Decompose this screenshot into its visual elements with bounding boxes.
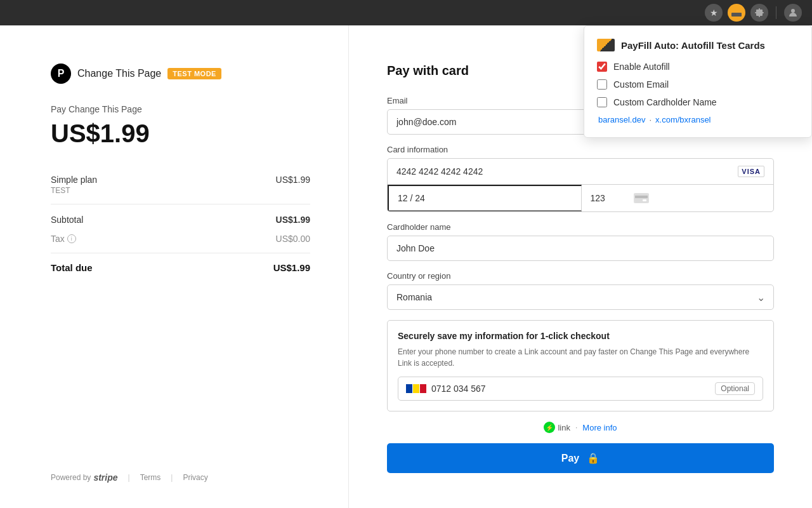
card-expiry-input[interactable] bbox=[388, 185, 582, 211]
terms-link[interactable]: Terms bbox=[140, 473, 161, 482]
popup-links: baransel.dev · x.com/bxransel bbox=[597, 115, 799, 124]
popup-link-xcom[interactable]: x.com/bxransel bbox=[655, 115, 710, 124]
subtotal-value: US$1.99 bbox=[276, 215, 310, 225]
popup-header: PayFill Auto: Autofill Test Cards bbox=[597, 39, 799, 51]
phone-number: 0712 034 567 bbox=[431, 384, 715, 394]
cvc-icon bbox=[634, 193, 649, 203]
svg-rect-1 bbox=[731, 13, 742, 17]
card-info-group: Card information VISA bbox=[387, 145, 774, 212]
custom-cardholder-option: Custom Cardholder Name bbox=[597, 97, 799, 107]
card-cvc-input[interactable] bbox=[591, 193, 629, 203]
link-circle-icon: ⚡ bbox=[544, 422, 555, 433]
puzzle-icon[interactable] bbox=[750, 4, 768, 22]
footer-sep: | bbox=[171, 473, 173, 482]
link-save-title: Securely save my information for 1-click… bbox=[398, 331, 763, 341]
custom-email-option: Custom Email bbox=[597, 79, 799, 90]
extension-payfill-icon[interactable] bbox=[728, 4, 745, 22]
order-item-label: Simple plan bbox=[51, 175, 97, 185]
svg-rect-5 bbox=[643, 199, 646, 201]
card-info-label: Card information bbox=[387, 145, 774, 154]
cardholder-group: Cardholder name bbox=[387, 222, 774, 261]
subtotal-row: Subtotal US$1.99 bbox=[51, 204, 310, 231]
enable-autofill-checkbox[interactable] bbox=[597, 62, 607, 72]
order-item-sublabel: TEST bbox=[51, 186, 97, 195]
card-number-row: VISA bbox=[388, 159, 773, 185]
order-table: Simple plan TEST US$1.99 Subtotal US$1.9… bbox=[51, 168, 310, 273]
order-item-value: US$1.99 bbox=[276, 175, 310, 195]
custom-cardholder-checkbox[interactable] bbox=[597, 97, 607, 107]
romania-flag-icon bbox=[406, 384, 426, 393]
cardholder-input[interactable] bbox=[387, 236, 774, 261]
optional-badge: Optional bbox=[715, 382, 755, 395]
footer-left: Powered by stripe | Terms | Privacy bbox=[51, 434, 310, 483]
lock-icon: 🔒 bbox=[587, 452, 599, 464]
total-value: US$1.99 bbox=[273, 262, 310, 273]
total-row: Total due US$1.99 bbox=[51, 253, 310, 273]
tax-row: Tax i US$0.00 bbox=[51, 231, 310, 246]
enable-autofill-label: Enable Autofill bbox=[613, 62, 670, 72]
link-save-box: Securely save my information for 1-click… bbox=[387, 320, 774, 411]
dot-separator: · bbox=[575, 423, 577, 432]
star-icon[interactable]: ★ bbox=[705, 4, 723, 22]
order-item-row: Simple plan TEST US$1.99 bbox=[51, 168, 310, 204]
link-save-desc: Enter your phone number to create a Link… bbox=[398, 346, 763, 369]
link-label: link bbox=[558, 423, 570, 432]
svg-point-2 bbox=[791, 9, 795, 13]
popup-link-separator: · bbox=[649, 115, 652, 124]
extension-popup: PayFill Auto: Autofill Test Cards Enable… bbox=[584, 25, 812, 138]
amount: US$1.99 bbox=[51, 119, 310, 148]
pay-button-label: Pay bbox=[561, 453, 579, 464]
toolbar-divider bbox=[776, 6, 776, 19]
phone-input-row: 0712 034 567 Optional bbox=[398, 377, 763, 401]
more-info-link[interactable]: More info bbox=[582, 423, 617, 432]
country-group: Country or region Romania United States … bbox=[387, 271, 774, 310]
brand-header: P Change This Page TEST MODE bbox=[51, 64, 310, 84]
test-mode-badge: TEST MODE bbox=[167, 68, 221, 79]
powered-by: Powered by stripe bbox=[51, 472, 118, 483]
enable-autofill-option: Enable Autofill bbox=[597, 62, 799, 72]
country-select-wrapper: Romania United States United Kingdom Ger… bbox=[387, 284, 774, 310]
pay-label: Pay Change This Page bbox=[51, 104, 310, 114]
tax-label: Tax i bbox=[51, 234, 76, 244]
card-bottom-row bbox=[388, 185, 773, 211]
stripe-logo: stripe bbox=[93, 472, 117, 483]
total-label: Total due bbox=[51, 262, 93, 273]
card-info-box: VISA bbox=[387, 158, 774, 212]
tax-info-icon[interactable]: i bbox=[67, 234, 76, 243]
svg-rect-4 bbox=[635, 196, 648, 198]
custom-email-label: Custom Email bbox=[613, 79, 669, 90]
popup-link-baransel[interactable]: baransel.dev bbox=[598, 115, 645, 124]
card-number-input[interactable] bbox=[396, 166, 738, 177]
cardholder-label: Cardholder name bbox=[387, 222, 774, 232]
link-info-row: ⚡ link · More info bbox=[387, 422, 774, 433]
link-logo: ⚡ link bbox=[544, 422, 570, 433]
pay-button[interactable]: Pay 🔒 bbox=[387, 443, 774, 473]
browser-bar: ★ bbox=[0, 0, 812, 25]
brand-name: Change This Page bbox=[77, 68, 161, 79]
footer-divider: | bbox=[128, 473, 130, 482]
tax-value: US$0.00 bbox=[276, 234, 310, 244]
popup-extension-icon bbox=[597, 39, 615, 51]
user-icon[interactable] bbox=[784, 4, 802, 22]
privacy-link[interactable]: Privacy bbox=[183, 473, 207, 482]
subtotal-label: Subtotal bbox=[51, 215, 83, 225]
custom-cardholder-label: Custom Cardholder Name bbox=[613, 97, 717, 107]
country-select[interactable]: Romania United States United Kingdom Ger… bbox=[387, 284, 774, 310]
card-cvc-row bbox=[582, 185, 774, 211]
popup-title: PayFill Auto: Autofill Test Cards bbox=[621, 40, 765, 51]
country-label: Country or region bbox=[387, 271, 774, 281]
left-panel: P Change This Page TEST MODE Pay Change … bbox=[0, 25, 349, 508]
brand-logo: P bbox=[51, 64, 71, 84]
visa-logo: VISA bbox=[738, 166, 764, 177]
custom-email-checkbox[interactable] bbox=[597, 79, 607, 90]
